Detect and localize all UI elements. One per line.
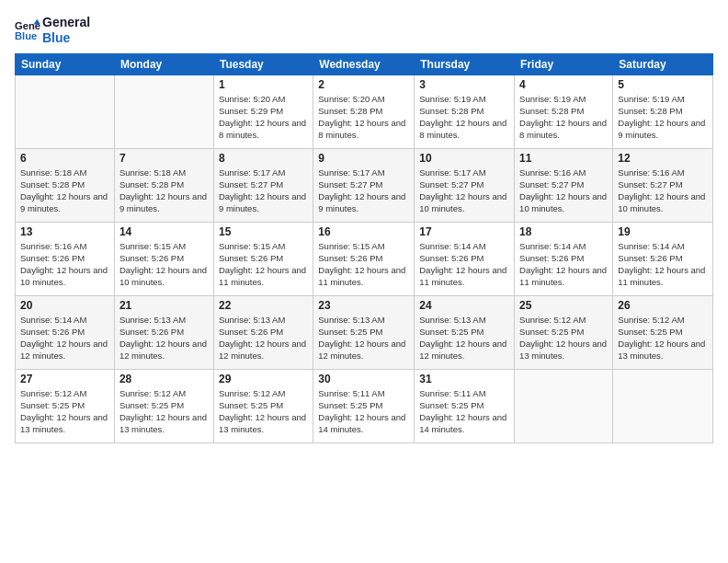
- day-info: Sunrise: 5:13 AMSunset: 5:26 PMDaylight:…: [219, 314, 308, 362]
- day-number: 31: [419, 373, 509, 385]
- day-number: 20: [20, 299, 109, 312]
- day-number: 6: [20, 152, 109, 165]
- day-info: Sunrise: 5:14 AMSunset: 5:26 PMDaylight:…: [618, 240, 708, 289]
- day-number: 21: [119, 299, 209, 312]
- day-info: Sunrise: 5:19 AMSunset: 5:28 PMDaylight:…: [618, 93, 708, 142]
- calendar-cell: 4Sunrise: 5:19 AMSunset: 5:28 PMDaylight…: [515, 75, 613, 148]
- calendar-cell: 24Sunrise: 5:13 AMSunset: 5:25 PMDayligh…: [415, 295, 515, 369]
- day-number: 28: [119, 373, 209, 385]
- calendar-cell: 1Sunrise: 5:20 AMSunset: 5:29 PMDaylight…: [213, 75, 313, 148]
- day-number: 2: [318, 78, 409, 91]
- calendar-cell: 25Sunrise: 5:12 AMSunset: 5:25 PMDayligh…: [515, 295, 613, 369]
- day-info: Sunrise: 5:16 AMSunset: 5:27 PMDaylight:…: [618, 167, 708, 215]
- day-info: Sunrise: 5:12 AMSunset: 5:25 PMDaylight:…: [119, 387, 209, 436]
- calendar-cell: 15Sunrise: 5:15 AMSunset: 5:26 PMDayligh…: [213, 222, 313, 295]
- day-info: Sunrise: 5:19 AMSunset: 5:28 PMDaylight:…: [419, 93, 509, 142]
- day-number: 13: [20, 225, 109, 238]
- day-number: 17: [419, 225, 509, 238]
- header: General Blue General Blue: [15, 11, 713, 46]
- day-number: 8: [219, 152, 308, 165]
- day-number: 11: [519, 152, 608, 165]
- day-number: 3: [419, 78, 509, 91]
- calendar-cell: 28Sunrise: 5:12 AMSunset: 5:25 PMDayligh…: [114, 369, 213, 442]
- svg-text:Blue: Blue: [15, 30, 37, 41]
- calendar-cell: [16, 75, 115, 148]
- calendar-cell: 30Sunrise: 5:11 AMSunset: 5:25 PMDayligh…: [313, 369, 415, 442]
- calendar-cell: 21Sunrise: 5:13 AMSunset: 5:26 PMDayligh…: [114, 295, 213, 369]
- day-info: Sunrise: 5:15 AMSunset: 5:26 PMDaylight:…: [219, 240, 308, 289]
- day-info: Sunrise: 5:14 AMSunset: 5:26 PMDaylight:…: [519, 240, 608, 289]
- calendar-cell: 11Sunrise: 5:16 AMSunset: 5:27 PMDayligh…: [515, 148, 613, 222]
- logo: General Blue General Blue: [15, 15, 90, 46]
- day-info: Sunrise: 5:16 AMSunset: 5:26 PMDaylight:…: [20, 240, 109, 289]
- col-header-friday: Friday: [515, 53, 613, 75]
- calendar-cell: 18Sunrise: 5:14 AMSunset: 5:26 PMDayligh…: [515, 222, 613, 295]
- day-number: 30: [318, 373, 409, 385]
- col-header-saturday: Saturday: [613, 53, 713, 75]
- day-number: 16: [318, 225, 409, 238]
- day-info: Sunrise: 5:12 AMSunset: 5:25 PMDaylight:…: [618, 314, 708, 362]
- calendar-cell: 3Sunrise: 5:19 AMSunset: 5:28 PMDaylight…: [415, 75, 515, 148]
- calendar-cell: 26Sunrise: 5:12 AMSunset: 5:25 PMDayligh…: [613, 295, 713, 369]
- calendar-cell: 9Sunrise: 5:17 AMSunset: 5:27 PMDaylight…: [313, 148, 415, 222]
- col-header-sunday: Sunday: [16, 53, 115, 75]
- day-info: Sunrise: 5:13 AMSunset: 5:25 PMDaylight:…: [318, 314, 409, 362]
- calendar-cell: [515, 369, 613, 442]
- calendar-cell: 27Sunrise: 5:12 AMSunset: 5:25 PMDayligh…: [16, 369, 115, 442]
- day-number: 4: [519, 78, 608, 91]
- calendar-week-5: 27Sunrise: 5:12 AMSunset: 5:25 PMDayligh…: [16, 369, 713, 442]
- calendar-cell: 12Sunrise: 5:16 AMSunset: 5:27 PMDayligh…: [613, 148, 713, 222]
- calendar-cell: 6Sunrise: 5:18 AMSunset: 5:28 PMDaylight…: [16, 148, 115, 222]
- day-info: Sunrise: 5:15 AMSunset: 5:26 PMDaylight:…: [318, 240, 409, 289]
- calendar-container: General Blue General Blue SundayMondayTu…: [0, 0, 728, 454]
- calendar-cell: 23Sunrise: 5:13 AMSunset: 5:25 PMDayligh…: [313, 295, 415, 369]
- calendar-cell: 13Sunrise: 5:16 AMSunset: 5:26 PMDayligh…: [16, 222, 115, 295]
- calendar-header-row: SundayMondayTuesdayWednesdayThursdayFrid…: [16, 53, 713, 75]
- calendar-cell: 17Sunrise: 5:14 AMSunset: 5:26 PMDayligh…: [415, 222, 515, 295]
- calendar-cell: 19Sunrise: 5:14 AMSunset: 5:26 PMDayligh…: [613, 222, 713, 295]
- calendar-week-4: 20Sunrise: 5:14 AMSunset: 5:26 PMDayligh…: [16, 295, 713, 369]
- day-number: 29: [219, 373, 308, 385]
- day-number: 10: [419, 152, 509, 165]
- calendar-cell: 20Sunrise: 5:14 AMSunset: 5:26 PMDayligh…: [16, 295, 115, 369]
- calendar-cell: 31Sunrise: 5:11 AMSunset: 5:25 PMDayligh…: [415, 369, 515, 442]
- calendar-cell: 10Sunrise: 5:17 AMSunset: 5:27 PMDayligh…: [415, 148, 515, 222]
- day-info: Sunrise: 5:11 AMSunset: 5:25 PMDaylight:…: [318, 387, 409, 436]
- col-header-monday: Monday: [114, 53, 213, 75]
- col-header-wednesday: Wednesday: [313, 53, 415, 75]
- calendar-week-3: 13Sunrise: 5:16 AMSunset: 5:26 PMDayligh…: [16, 222, 713, 295]
- day-info: Sunrise: 5:11 AMSunset: 5:25 PMDaylight:…: [419, 387, 509, 436]
- day-info: Sunrise: 5:13 AMSunset: 5:26 PMDaylight:…: [119, 314, 209, 362]
- day-number: 9: [318, 152, 409, 165]
- calendar-cell: 14Sunrise: 5:15 AMSunset: 5:26 PMDayligh…: [114, 222, 213, 295]
- day-info: Sunrise: 5:17 AMSunset: 5:27 PMDaylight:…: [219, 167, 308, 215]
- day-info: Sunrise: 5:12 AMSunset: 5:25 PMDaylight:…: [519, 314, 608, 362]
- calendar-cell: 8Sunrise: 5:17 AMSunset: 5:27 PMDaylight…: [213, 148, 313, 222]
- day-number: 18: [519, 225, 608, 238]
- logo-icon: General Blue: [15, 17, 40, 43]
- col-header-thursday: Thursday: [415, 53, 515, 75]
- day-number: 25: [519, 299, 608, 312]
- day-number: 5: [618, 78, 708, 91]
- day-info: Sunrise: 5:14 AMSunset: 5:26 PMDaylight:…: [20, 314, 109, 362]
- day-info: Sunrise: 5:20 AMSunset: 5:29 PMDaylight:…: [219, 93, 308, 142]
- logo-line2: Blue: [42, 30, 90, 46]
- day-info: Sunrise: 5:18 AMSunset: 5:28 PMDaylight:…: [119, 167, 209, 215]
- day-info: Sunrise: 5:18 AMSunset: 5:28 PMDaylight:…: [20, 167, 109, 215]
- day-number: 24: [419, 299, 509, 312]
- day-number: 27: [20, 373, 109, 385]
- day-number: 23: [318, 299, 409, 312]
- day-number: 1: [219, 78, 308, 91]
- day-number: 19: [618, 225, 708, 238]
- col-header-tuesday: Tuesday: [213, 53, 313, 75]
- day-number: 26: [618, 299, 708, 312]
- calendar-cell: 7Sunrise: 5:18 AMSunset: 5:28 PMDaylight…: [114, 148, 213, 222]
- day-info: Sunrise: 5:12 AMSunset: 5:25 PMDaylight:…: [20, 387, 109, 436]
- calendar-cell: [613, 369, 713, 442]
- logo-line1: General: [42, 15, 90, 30]
- day-info: Sunrise: 5:19 AMSunset: 5:28 PMDaylight:…: [519, 93, 608, 142]
- day-info: Sunrise: 5:14 AMSunset: 5:26 PMDaylight:…: [419, 240, 509, 289]
- calendar-cell: 22Sunrise: 5:13 AMSunset: 5:26 PMDayligh…: [213, 295, 313, 369]
- day-number: 12: [618, 152, 708, 165]
- calendar-cell: 5Sunrise: 5:19 AMSunset: 5:28 PMDaylight…: [613, 75, 713, 148]
